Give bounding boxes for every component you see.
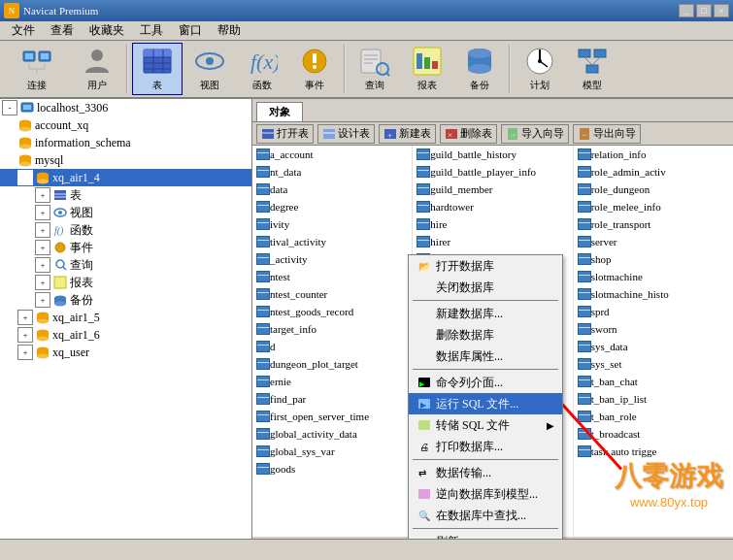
table-entry-6[interactable]: tival_activity bbox=[252, 233, 412, 250]
tree-queries[interactable]: + 查询 bbox=[0, 256, 251, 274]
expander-backups[interactable]: + bbox=[35, 292, 50, 308]
ctx-cmd[interactable]: ▶ 命令列介面... bbox=[409, 372, 562, 393]
table-entry-c3-17[interactable]: t_broadcast bbox=[574, 425, 733, 443]
table-entry-c3-15[interactable]: t_ban_ip_list bbox=[574, 390, 733, 408]
tree-views[interactable]: + 视图 bbox=[0, 204, 251, 221]
expander-reports[interactable]: + bbox=[35, 275, 50, 290]
toolbar-connect[interactable]: 连接 bbox=[4, 43, 70, 95]
ctx-db-props[interactable]: 数据库属性... bbox=[409, 346, 562, 367]
table-entry-c3-7[interactable]: shop bbox=[574, 250, 733, 268]
tree-account-xq[interactable]: account_xq bbox=[0, 116, 251, 134]
table-entry-c2-4[interactable]: hardtower bbox=[413, 198, 572, 215]
ctx-dump-sql[interactable]: 转储 SQL 文件 ▶ bbox=[409, 414, 562, 436]
table-entry-9[interactable]: ntest_counter bbox=[252, 285, 412, 303]
tree-info-schema[interactable]: information_schema bbox=[0, 134, 251, 151]
toolbar-report[interactable]: 报表 bbox=[402, 43, 452, 95]
expander-xq5[interactable]: + bbox=[17, 310, 33, 325]
tree-mysql[interactable]: mysql bbox=[0, 151, 251, 169]
toolbar-table[interactable]: 表 bbox=[132, 43, 183, 95]
table-entry-c3-16[interactable]: t_ban_role bbox=[574, 408, 733, 425]
ctx-close-db[interactable]: 关闭数据库 bbox=[409, 277, 562, 298]
ctx-delete-db[interactable]: 删除数据库 bbox=[409, 324, 562, 346]
ctx-open-db[interactable]: 📂 打开数据库 bbox=[409, 255, 562, 277]
tree-tables[interactable]: + 表 bbox=[0, 186, 251, 204]
toolbar-function[interactable]: f(x) 函数 bbox=[237, 43, 287, 95]
tree-xq-air1-4[interactable]: - xq_air1_4 bbox=[0, 169, 251, 186]
toolbar-schedule[interactable]: 计划 bbox=[515, 43, 565, 95]
table-entry-5[interactable]: ivity bbox=[252, 215, 412, 233]
minimize-btn[interactable]: _ bbox=[679, 4, 694, 17]
menu-favorites[interactable]: 收藏夹 bbox=[82, 20, 132, 41]
table-entry-c3-6[interactable]: server bbox=[574, 233, 733, 250]
ctx-run-sql[interactable]: ▶ 运行 SQL 文件... bbox=[409, 393, 562, 414]
tree-functions[interactable]: + f() 函数 bbox=[0, 221, 251, 239]
expander-events[interactable]: + bbox=[35, 240, 50, 255]
table-entry-c3-8[interactable]: slotmachine bbox=[574, 268, 733, 285]
menu-help[interactable]: 帮助 bbox=[210, 20, 249, 41]
table-entry-7[interactable]: _activity bbox=[252, 250, 412, 268]
menu-window[interactable]: 窗口 bbox=[171, 20, 210, 41]
tab-objects[interactable]: 对象 bbox=[256, 102, 303, 121]
table-entry-c3-12[interactable]: sys_data bbox=[574, 338, 733, 355]
table-entry-2[interactable]: nt_data bbox=[252, 163, 412, 181]
table-entry-c2-2[interactable]: guild_battle_player_info bbox=[413, 163, 572, 181]
table-entry-c3-5[interactable]: role_transport bbox=[574, 215, 733, 233]
expander-queries[interactable]: + bbox=[35, 257, 50, 273]
table-entry-c2-6[interactable]: hirer bbox=[413, 233, 572, 250]
tree-xq5[interactable]: + xq_air1_5 bbox=[0, 309, 251, 326]
table-entry-c3-18[interactable]: task auto trigge bbox=[574, 443, 733, 460]
table-entry-c3-2[interactable]: role_admin_activ bbox=[574, 163, 733, 181]
tree-backups[interactable]: + 备份 bbox=[0, 291, 251, 309]
table-entry-11[interactable]: target_info bbox=[252, 320, 412, 338]
expander-localhost[interactable]: - bbox=[2, 100, 17, 115]
toolbar-user[interactable]: 用户 bbox=[72, 43, 122, 95]
ctx-find-in-db[interactable]: 🔍 在数据库中查找... bbox=[409, 505, 562, 526]
ctx-reverse[interactable]: 逆向数据库到模型... bbox=[409, 483, 562, 505]
tree-xq6[interactable]: + xq_air1_6 bbox=[0, 326, 251, 344]
expander-tables[interactable]: + bbox=[35, 187, 50, 203]
btn-open-table[interactable]: 打开表 bbox=[256, 124, 314, 144]
table-entry-c3-11[interactable]: sworn bbox=[574, 320, 733, 338]
btn-export[interactable]: ← 导出向导 bbox=[573, 124, 641, 144]
expander-xq6[interactable]: + bbox=[17, 327, 33, 343]
tree-xq-user[interactable]: + xq_user bbox=[0, 344, 251, 361]
table-entry-8[interactable]: ntest bbox=[252, 268, 412, 285]
toolbar-backup[interactable]: 备份 bbox=[454, 43, 505, 95]
expander-functions[interactable]: + bbox=[35, 222, 50, 238]
table-entry-19[interactable]: goods bbox=[252, 460, 412, 478]
table-entry-13[interactable]: dungeon_plot_target bbox=[252, 355, 412, 373]
table-entry-c2-3[interactable]: guild_member bbox=[413, 181, 572, 198]
ctx-print-db[interactable]: 🖨 打印数据库... bbox=[409, 436, 562, 457]
menu-tools[interactable]: 工具 bbox=[132, 20, 171, 41]
toolbar-query[interactable]: 查询 bbox=[350, 43, 400, 95]
table-entry-c3-1[interactable]: relation_info bbox=[574, 146, 733, 163]
table-entry-a-account[interactable]: a_account bbox=[252, 146, 412, 163]
table-entry-18[interactable]: global_sys_var bbox=[252, 443, 412, 460]
table-entry-3[interactable]: data bbox=[252, 181, 412, 198]
tree-localhost[interactable]: - localhost_3306 bbox=[0, 99, 251, 116]
expander-xq4[interactable]: - bbox=[17, 170, 33, 185]
toolbar-model[interactable]: 模型 bbox=[567, 43, 617, 95]
btn-delete-table[interactable]: × 删除表 bbox=[440, 124, 497, 144]
table-entry-c3-3[interactable]: role_dungeon bbox=[574, 181, 733, 198]
table-entry-c3-13[interactable]: sys_set bbox=[574, 355, 733, 373]
toolbar-event[interactable]: 事件 bbox=[289, 43, 340, 95]
table-entry-c3-9[interactable]: slotmachine_histo bbox=[574, 285, 733, 303]
table-entry-10[interactable]: ntest_goods_record bbox=[252, 303, 412, 320]
toolbar-view[interactable]: 视图 bbox=[184, 43, 235, 95]
table-entry-c3-10[interactable]: sprd bbox=[574, 303, 733, 320]
close-btn[interactable]: × bbox=[714, 4, 729, 17]
table-entry-c2-5[interactable]: hire bbox=[413, 215, 572, 233]
table-entry-16[interactable]: first_open_server_time bbox=[252, 408, 412, 425]
table-entry-17[interactable]: global_activity_data bbox=[252, 425, 412, 443]
table-entry-c3-4[interactable]: role_melee_info bbox=[574, 198, 733, 215]
table-entry-15[interactable]: find_par bbox=[252, 390, 412, 408]
table-entry-c3-14[interactable]: t_ban_chat bbox=[574, 373, 733, 390]
btn-import[interactable]: → 导入向导 bbox=[501, 124, 569, 144]
table-entry-c2-1[interactable]: guild_battle_history bbox=[413, 146, 572, 163]
table-entry-12[interactable]: d bbox=[252, 338, 412, 355]
ctx-transfer[interactable]: ⇄ 数据传输... bbox=[409, 462, 562, 483]
btn-new-table[interactable]: + 新建表 bbox=[379, 124, 436, 144]
btn-design-table[interactable]: 设计表 bbox=[317, 124, 375, 144]
table-entry-14[interactable]: ernie bbox=[252, 373, 412, 390]
